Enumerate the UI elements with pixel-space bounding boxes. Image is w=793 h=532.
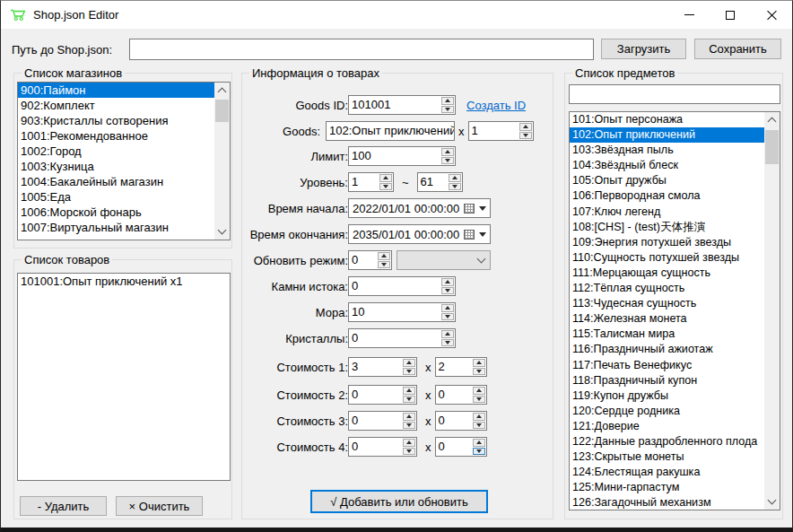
item-list-item[interactable]: 119:Купон дружбы xyxy=(570,388,764,404)
cost1-count-spinner[interactable]: 2 xyxy=(435,357,487,377)
item-list-item[interactable]: 111:Мерцающая сущность xyxy=(570,266,764,281)
spin-down-button[interactable] xyxy=(403,368,415,376)
spin-down-button[interactable] xyxy=(519,132,532,140)
scrollbar-thumb[interactable] xyxy=(215,100,229,122)
item-list-item[interactable]: 120:Сердце родника xyxy=(570,404,764,419)
spin-up-button[interactable] xyxy=(403,439,415,447)
shop-list-item[interactable]: 903:Кристаллы сотворения xyxy=(18,113,214,128)
refresh-mode-combo[interactable] xyxy=(396,250,491,270)
spin-down-button[interactable] xyxy=(441,339,454,347)
scroll-up-button[interactable] xyxy=(214,83,230,98)
item-list-item[interactable]: 114:Железная монета xyxy=(570,311,764,327)
clear-button[interactable]: × Очистить xyxy=(116,496,203,516)
spin-down-button[interactable] xyxy=(473,422,485,430)
shop-goods-list-item[interactable]: 101001:Опыт приключений x1 xyxy=(18,274,230,290)
goods-value-field[interactable]: 102:Опыт приключений xyxy=(326,121,455,141)
maximize-button[interactable] xyxy=(710,1,751,29)
time-start-picker[interactable]: 2022/01/01 00:00:00 xyxy=(348,198,491,218)
shop-list-item[interactable]: 1004:Бакалейный магазин xyxy=(18,174,214,189)
shop-list-item[interactable]: 1007:Виртуальный магазин xyxy=(18,220,214,235)
cost4-count-spinner[interactable]: 0 xyxy=(435,437,487,457)
spin-up-button[interactable] xyxy=(441,97,454,105)
item-list-item[interactable]: 109:Энергия потухшей звезды xyxy=(570,235,764,250)
create-id-link[interactable]: Создать ID xyxy=(466,99,526,112)
spin-up-button[interactable] xyxy=(473,413,485,421)
item-list-item[interactable]: 105:Опыт дружбы xyxy=(570,173,764,188)
cost3-value-spinner[interactable]: 0 xyxy=(348,411,417,431)
limit-spinner[interactable]: 100 xyxy=(348,146,456,166)
spin-down-button[interactable] xyxy=(441,106,454,114)
spin-down-button[interactable] xyxy=(473,368,485,376)
add-or-update-button[interactable]: √ Добавить или обновить xyxy=(310,490,488,513)
item-list-item[interactable]: 122:Данные раздробленного плода xyxy=(570,434,764,449)
spin-up-button[interactable] xyxy=(473,359,485,367)
spin-down-button[interactable] xyxy=(378,261,390,269)
spin-up-button[interactable] xyxy=(403,413,415,421)
cost4-value-spinner[interactable]: 0 xyxy=(348,437,417,457)
spin-down-button[interactable] xyxy=(473,448,485,456)
item-list-item[interactable]: 102:Опыт приключений xyxy=(570,127,764,143)
shop-list-item[interactable]: 1001:Рекомендованное xyxy=(18,128,214,144)
spin-up-button[interactable] xyxy=(441,278,454,286)
item-list-item[interactable]: 118:Праздничный купон xyxy=(570,373,764,388)
minimize-button[interactable] xyxy=(668,1,710,29)
item-list-item[interactable]: 125:Мини-гарпастум xyxy=(570,480,764,495)
spin-up-button[interactable] xyxy=(449,174,461,182)
spin-down-button[interactable] xyxy=(441,313,454,321)
shop-list-item[interactable]: 900:Паймон xyxy=(18,83,214,98)
scroll-up-button[interactable] xyxy=(764,112,780,127)
spin-down-button[interactable] xyxy=(379,183,392,191)
cost2-value-spinner[interactable]: 0 xyxy=(348,385,417,405)
goods-id-spinner[interactable]: 101001 xyxy=(348,95,456,115)
spin-up-button[interactable] xyxy=(403,387,415,395)
spin-up-button[interactable] xyxy=(441,330,454,338)
spin-up-button[interactable] xyxy=(441,304,454,312)
item-list-item[interactable]: 101:Опыт персонажа xyxy=(570,112,764,127)
cost1-value-spinner[interactable]: 3 xyxy=(348,357,417,377)
spin-up-button[interactable] xyxy=(378,252,390,260)
item-list-item[interactable]: 126:Загадочный механизм xyxy=(570,495,764,510)
path-input[interactable] xyxy=(129,39,594,60)
mora-spinner[interactable]: 10 xyxy=(348,302,456,322)
spin-up-button[interactable] xyxy=(441,148,454,156)
spin-down-button[interactable] xyxy=(403,396,415,404)
item-list-item[interactable]: 123:Скрытые монеты xyxy=(570,449,764,465)
delete-button[interactable]: - Удалить xyxy=(20,496,107,516)
item-list-item[interactable]: 110:Сущность потухшей звезды xyxy=(570,250,764,266)
crystals-spinner[interactable]: 0 xyxy=(348,328,456,348)
item-list-item[interactable]: 112:Тёплая сущность xyxy=(570,281,764,296)
level-min-spinner[interactable]: 1 xyxy=(348,172,394,192)
spin-down-button[interactable] xyxy=(403,422,415,430)
spin-down-button[interactable] xyxy=(441,157,454,165)
item-list-item[interactable]: 124:Блестящая ракушка xyxy=(570,465,764,480)
spin-down-button[interactable] xyxy=(403,448,415,456)
load-button[interactable]: Загрузить xyxy=(601,39,686,59)
shops-scrollbar[interactable] xyxy=(214,83,230,240)
spin-up-button[interactable] xyxy=(519,123,532,131)
spin-up-button[interactable] xyxy=(379,174,392,182)
item-list-item[interactable]: 107:Ключ легенд xyxy=(570,205,764,220)
item-list-item[interactable]: 121:Доверие xyxy=(570,419,764,434)
item-list-item[interactable]: 116:Праздничный ажиотаж xyxy=(570,342,764,357)
spin-up-button[interactable] xyxy=(403,359,415,367)
shop-list-item[interactable]: 1005:Еда xyxy=(18,189,214,205)
scrollbar-thumb[interactable] xyxy=(765,130,779,164)
spin-down-button[interactable] xyxy=(441,287,454,295)
time-end-picker[interactable]: 2035/01/01 00:00:00 xyxy=(348,224,491,244)
items-scrollbar[interactable] xyxy=(764,112,780,510)
item-list-item[interactable]: 113:Чудесная сущность xyxy=(570,296,764,311)
item-list-item[interactable]: 104:Звёздный блеск xyxy=(570,158,764,173)
shop-list-item[interactable]: 1006:Морской фонарь xyxy=(18,205,214,220)
spin-down-button[interactable] xyxy=(473,396,485,404)
save-button[interactable]: Сохранить xyxy=(694,39,781,59)
level-max-spinner[interactable]: 61 xyxy=(417,172,463,192)
shop-list-item[interactable]: 902:Комплект xyxy=(18,98,214,113)
item-list-item[interactable]: 108:[CHS] - (test)天体推演 xyxy=(570,220,764,235)
spin-up-button[interactable] xyxy=(473,387,485,395)
scroll-down-button[interactable] xyxy=(764,494,780,510)
spin-down-button[interactable] xyxy=(449,183,461,191)
cost2-count-spinner[interactable]: 0 xyxy=(435,385,487,405)
goods-count-spinner[interactable]: 1 xyxy=(468,121,534,141)
close-button[interactable] xyxy=(751,1,792,29)
cost3-count-spinner[interactable]: 0 xyxy=(435,411,487,431)
